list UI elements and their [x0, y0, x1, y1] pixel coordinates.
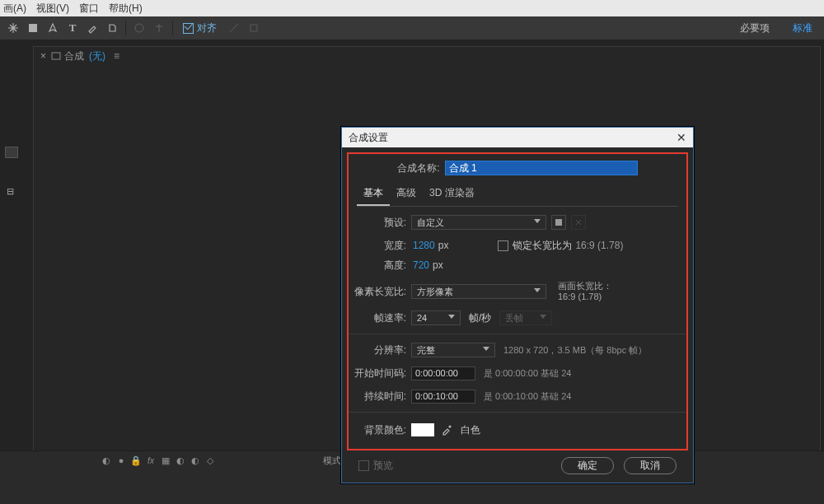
comp-name-value: 合成 1 [449, 161, 477, 175]
menu-animation[interactable]: 画(A) [3, 2, 26, 16]
type-tool-icon[interactable]: T [63, 19, 82, 37]
fps-unit: 帧/秒 [469, 311, 491, 325]
comp-name-input[interactable]: 合成 1 [445, 161, 638, 175]
duration-hint: 是 0:00:10:00 基础 24 [484, 390, 571, 403]
close-tab-icon[interactable]: × [40, 50, 46, 62]
switch-fx-icon[interactable]: fx [145, 455, 157, 466]
viewer-tab-null: (无) [89, 49, 105, 63]
close-icon[interactable]: ✕ [677, 131, 686, 144]
switch-solo-icon[interactable]: ● [115, 455, 127, 466]
switch-eye-icon[interactable]: ◐ [101, 455, 112, 466]
lock-aspect-checkbox[interactable] [498, 240, 508, 251]
snapping-options-icon[interactable] [225, 19, 243, 37]
workspace-essentials[interactable]: 必要项 [728, 16, 781, 40]
chevron-down-icon [534, 219, 541, 223]
preset-value: 自定义 [417, 217, 444, 229]
tab-3d-renderer[interactable]: 3D 渲染器 [423, 184, 481, 206]
chevron-down-icon [534, 288, 541, 292]
preview-label: 预览 [373, 459, 393, 473]
svg-rect-2 [250, 25, 257, 31]
highlight-frame: 合成名称: 合成 1 基本 高级 3D 渲染器 预设: 自定义 [347, 152, 688, 450]
width-label: 宽度: [368, 239, 406, 253]
width-unit: px [438, 240, 449, 251]
checkmark-icon [183, 23, 194, 34]
preset-label: 预设: [368, 216, 406, 230]
resolution-label: 分辨率: [368, 343, 406, 357]
puppet-tool-icon[interactable] [150, 19, 168, 37]
svg-point-9 [449, 426, 452, 428]
svg-point-1 [135, 24, 143, 32]
flowchart-icon[interactable]: ⊟ [7, 186, 21, 197]
eyedropper-icon[interactable] [441, 424, 452, 436]
preview-checkbox[interactable]: 预览 [358, 459, 393, 473]
dialog-title: 合成设置 [349, 131, 388, 145]
dar-value: 16:9 (1.78) [558, 292, 612, 302]
chevron-down-icon [540, 315, 546, 319]
pan-behind-tool-icon[interactable] [4, 19, 22, 37]
dar-label: 画面长宽比： [558, 281, 612, 292]
par-value: 方形像素 [417, 286, 453, 298]
start-tc-input[interactable]: 0:00:00:00 [411, 366, 475, 380]
svg-rect-8 [555, 219, 562, 226]
switch-3d-icon[interactable]: ◇ [204, 455, 216, 466]
start-tc-label: 开始时间码: [349, 366, 406, 380]
height-label: 高度: [368, 259, 406, 273]
tab-basic[interactable]: 基本 [357, 184, 390, 206]
duration-input[interactable]: 0:00:10:00 [411, 390, 475, 404]
panel-menu-icon[interactable]: ≡ [114, 50, 118, 62]
col-mode[interactable]: 模式 [323, 455, 341, 467]
dialog-titlebar[interactable]: 合成设置 ✕ [342, 128, 693, 147]
chevron-down-icon [483, 347, 489, 351]
menu-help[interactable]: 帮助(H) [109, 2, 143, 16]
viewer-tab-label: 合成 [64, 49, 84, 63]
left-panel: ⊟ [0, 40, 21, 504]
toolbar: T 对齐 必要项 标准 [0, 16, 824, 40]
lock-aspect-ratio: 16:9 (1.78) [575, 240, 623, 251]
bg-color-swatch[interactable] [411, 423, 434, 436]
delete-preset-icon[interactable] [571, 215, 586, 230]
save-preset-icon[interactable] [551, 215, 566, 230]
comp-icon [51, 51, 61, 61]
resolution-dropdown-dlg[interactable]: 完整 [411, 343, 495, 357]
height-input[interactable]: 720 [413, 259, 429, 271]
fps-value: 24 [417, 313, 427, 323]
width-input[interactable]: 1280 [413, 240, 435, 251]
svg-rect-3 [52, 53, 60, 59]
duration-label: 持续时间: [349, 390, 406, 404]
resolution-hint: 1280 x 720，3.5 MB（每 8bpc 帧） [503, 344, 647, 357]
bg-color-name: 白色 [461, 423, 480, 437]
rotobrush-tool-icon[interactable] [130, 19, 148, 37]
fps-dropdown[interactable]: 24 [411, 310, 461, 325]
tab-advanced[interactable]: 高级 [390, 184, 423, 206]
menu-window[interactable]: 窗口 [79, 2, 99, 16]
preset-dropdown[interactable]: 自定义 [411, 215, 546, 230]
start-tc-value: 0:00:00:00 [415, 368, 458, 378]
lock-aspect-label: 锁定长宽比为 [513, 239, 572, 253]
cancel-button[interactable]: 取消 [624, 457, 677, 474]
switch-lock-icon[interactable]: 🔒 [130, 455, 142, 466]
par-dropdown[interactable]: 方形像素 [411, 284, 546, 299]
snap-checkbox[interactable]: 对齐 [183, 21, 217, 35]
viewer-tab[interactable]: × 合成 (无) ≡ [40, 47, 118, 65]
snap-label: 对齐 [197, 21, 217, 35]
bg-color-label: 背景颜色: [349, 423, 406, 437]
comp-name-label: 合成名称: [397, 161, 439, 175]
svg-rect-0 [29, 24, 37, 32]
par-label: 像素长宽比: [349, 285, 406, 299]
brush-tool-icon[interactable] [83, 19, 101, 37]
switch-adj-icon[interactable]: ◐ [190, 455, 201, 466]
pen-tool-icon[interactable] [44, 19, 62, 37]
switch-mb-icon[interactable]: ◐ [175, 455, 186, 466]
menubar: 画(A) 视图(V) 窗口 帮助(H) [0, 0, 824, 16]
snapping-options2-icon[interactable] [245, 19, 263, 37]
ok-button[interactable]: 确定 [561, 457, 614, 474]
panel-swatch-icon [5, 147, 18, 158]
workspace-standard[interactable]: 标准 [781, 16, 824, 40]
shape-tool-icon[interactable] [24, 19, 42, 37]
start-tc-hint: 是 0:00:00:00 基础 24 [484, 367, 571, 380]
clone-tool-icon[interactable] [103, 19, 121, 37]
height-unit: px [433, 259, 443, 271]
switch-shy-icon[interactable]: ▦ [160, 455, 171, 466]
menu-view[interactable]: 视图(V) [36, 2, 69, 16]
chevron-down-icon [448, 315, 455, 319]
